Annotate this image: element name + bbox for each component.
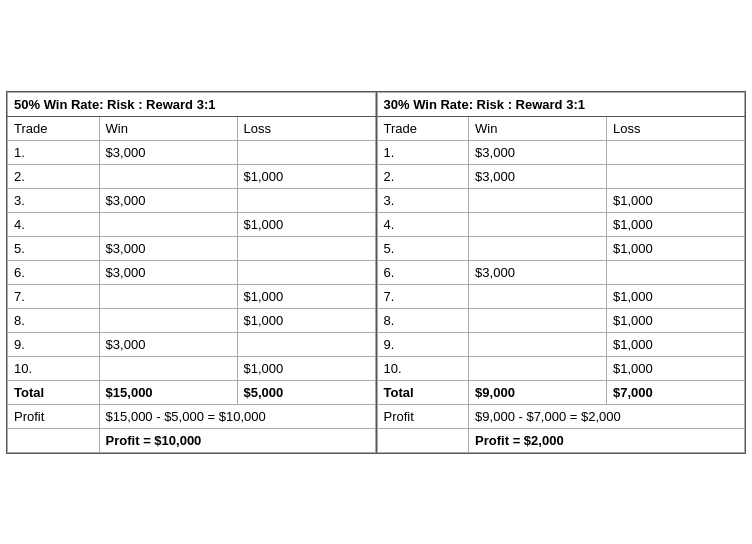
win-cell: $3,000 bbox=[469, 260, 607, 284]
trade-cell: 3. bbox=[377, 188, 469, 212]
win-cell bbox=[469, 188, 607, 212]
right-total-win: $9,000 bbox=[469, 380, 607, 404]
loss-cell: $1,000 bbox=[607, 284, 745, 308]
win-cell bbox=[469, 332, 607, 356]
loss-cell: $1,000 bbox=[607, 236, 745, 260]
left-profit-result: Profit = $10,000 bbox=[99, 428, 375, 452]
left-col-loss: Loss bbox=[237, 116, 375, 140]
trade-cell: 8. bbox=[8, 308, 100, 332]
win-cell bbox=[99, 212, 237, 236]
win-cell: $3,000 bbox=[469, 140, 607, 164]
table-row: 9. $3,000 bbox=[8, 332, 376, 356]
right-profit-result-row: Profit = $2,000 bbox=[377, 428, 745, 452]
loss-cell: $1,000 bbox=[607, 332, 745, 356]
win-cell bbox=[469, 356, 607, 380]
table-row: 7. $1,000 bbox=[377, 284, 745, 308]
loss-cell: $1,000 bbox=[607, 356, 745, 380]
right-profit-label: Profit bbox=[377, 404, 469, 428]
right-profit-result-empty bbox=[377, 428, 469, 452]
win-cell: $3,000 bbox=[99, 140, 237, 164]
right-total-label: Total bbox=[377, 380, 469, 404]
win-cell: $3,000 bbox=[469, 164, 607, 188]
table-row: 8. $1,000 bbox=[8, 308, 376, 332]
table-row: 7. $1,000 bbox=[8, 284, 376, 308]
trade-cell: 10. bbox=[8, 356, 100, 380]
table-row: 10. $1,000 bbox=[377, 356, 745, 380]
win-cell bbox=[99, 308, 237, 332]
left-section: 50% Win Rate: Risk : Reward 3:1 Trade Wi… bbox=[7, 92, 377, 453]
win-cell bbox=[99, 356, 237, 380]
win-cell bbox=[469, 308, 607, 332]
loss-cell bbox=[607, 140, 745, 164]
left-title: 50% Win Rate: Risk : Reward 3:1 bbox=[8, 92, 376, 116]
loss-cell bbox=[607, 260, 745, 284]
trade-cell: 7. bbox=[377, 284, 469, 308]
trade-cell: 4. bbox=[8, 212, 100, 236]
win-cell: $3,000 bbox=[99, 236, 237, 260]
trade-cell: 7. bbox=[8, 284, 100, 308]
right-total-loss: $7,000 bbox=[607, 380, 745, 404]
left-profit-result-empty bbox=[8, 428, 100, 452]
main-container: 50% Win Rate: Risk : Reward 3:1 Trade Wi… bbox=[6, 91, 746, 454]
loss-cell: $1,000 bbox=[237, 356, 375, 380]
trade-cell: 6. bbox=[377, 260, 469, 284]
table-row: 6. $3,000 bbox=[377, 260, 745, 284]
loss-cell: $1,000 bbox=[237, 164, 375, 188]
trade-cell: 6. bbox=[8, 260, 100, 284]
loss-cell bbox=[237, 260, 375, 284]
left-profit-label: Profit bbox=[8, 404, 100, 428]
win-cell bbox=[99, 284, 237, 308]
win-cell bbox=[469, 236, 607, 260]
left-col-trade: Trade bbox=[8, 116, 100, 140]
table-row: 2. $1,000 bbox=[8, 164, 376, 188]
right-col-trade: Trade bbox=[377, 116, 469, 140]
left-total-loss: $5,000 bbox=[237, 380, 375, 404]
trade-cell: 10. bbox=[377, 356, 469, 380]
right-header-row: 30% Win Rate: Risk : Reward 3:1 bbox=[377, 92, 745, 116]
left-subtitle: : Risk : Reward 3:1 bbox=[99, 97, 215, 112]
table-row: 1. $3,000 bbox=[8, 140, 376, 164]
left-profit-result-row: Profit = $10,000 bbox=[8, 428, 376, 452]
right-title-bold: 30% Win Rate bbox=[384, 97, 469, 112]
table-row: 1. $3,000 bbox=[377, 140, 745, 164]
left-title-bold: 50% Win Rate bbox=[14, 97, 99, 112]
table-row: 5. $1,000 bbox=[377, 236, 745, 260]
trade-cell: 2. bbox=[377, 164, 469, 188]
loss-cell bbox=[237, 140, 375, 164]
right-profit-formula: $9,000 - $7,000 = $2,000 bbox=[469, 404, 745, 428]
trade-cell: 5. bbox=[377, 236, 469, 260]
table-row: 6. $3,000 bbox=[8, 260, 376, 284]
left-total-win: $15,000 bbox=[99, 380, 237, 404]
table-row: 4. $1,000 bbox=[8, 212, 376, 236]
win-cell bbox=[469, 284, 607, 308]
left-total-label: Total bbox=[8, 380, 100, 404]
loss-cell: $1,000 bbox=[607, 308, 745, 332]
loss-cell: $1,000 bbox=[607, 212, 745, 236]
win-cell bbox=[469, 212, 607, 236]
left-header-row: 50% Win Rate: Risk : Reward 3:1 bbox=[8, 92, 376, 116]
right-col-header: Trade Win Loss bbox=[377, 116, 745, 140]
table-row: 9. $1,000 bbox=[377, 332, 745, 356]
table-row: 8. $1,000 bbox=[377, 308, 745, 332]
trade-cell: 8. bbox=[377, 308, 469, 332]
loss-cell: $1,000 bbox=[607, 188, 745, 212]
left-col-header: Trade Win Loss bbox=[8, 116, 376, 140]
right-title: 30% Win Rate: Risk : Reward 3:1 bbox=[377, 92, 745, 116]
right-col-win: Win bbox=[469, 116, 607, 140]
win-cell: $3,000 bbox=[99, 188, 237, 212]
trade-cell: 4. bbox=[377, 212, 469, 236]
left-profit-formula: $15,000 - $5,000 = $10,000 bbox=[99, 404, 375, 428]
right-col-loss: Loss bbox=[607, 116, 745, 140]
table-row: 5. $3,000 bbox=[8, 236, 376, 260]
loss-cell bbox=[237, 332, 375, 356]
trade-cell: 2. bbox=[8, 164, 100, 188]
right-subtitle: : Risk : Reward 3:1 bbox=[469, 97, 585, 112]
table-row: 3. $3,000 bbox=[8, 188, 376, 212]
trade-cell: 9. bbox=[377, 332, 469, 356]
loss-cell bbox=[237, 188, 375, 212]
left-col-win: Win bbox=[99, 116, 237, 140]
trade-cell: 5. bbox=[8, 236, 100, 260]
loss-cell: $1,000 bbox=[237, 308, 375, 332]
right-total-row: Total $9,000 $7,000 bbox=[377, 380, 745, 404]
loss-cell: $1,000 bbox=[237, 212, 375, 236]
